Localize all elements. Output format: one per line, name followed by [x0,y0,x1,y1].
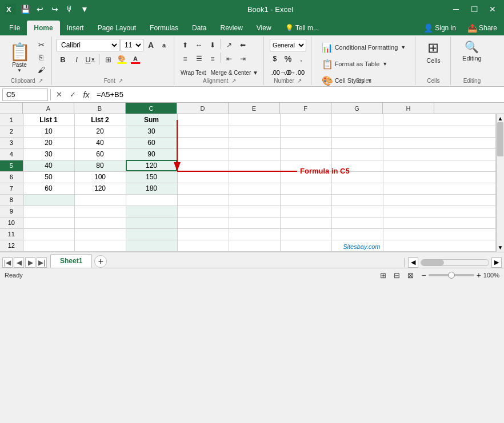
cell-f4[interactable] [280,148,331,160]
col-header-g[interactable]: G [331,103,383,114]
decrease-indent-button[interactable]: ⇤ [223,53,235,65]
increase-indent-button[interactable]: ⇥ [237,53,249,65]
formula-fx-icon[interactable]: fx [81,89,92,100]
cell-c6[interactable]: 150 [126,171,177,183]
cell-c5-active[interactable]: 120 [126,160,177,171]
fill-color-button[interactable]: 🎨 [115,53,128,66]
cell-a7[interactable]: 60 [23,183,74,194]
row-header[interactable]: 12 [0,240,23,251]
cell-e1[interactable] [229,114,280,126]
cell-b1[interactable]: List 2 [74,114,126,126]
sheet-nav-prev[interactable]: ◀ [14,257,24,268]
row-header[interactable]: 1 [0,114,23,126]
tab-insert[interactable]: Insert [60,21,91,35]
cell-h2[interactable] [383,126,496,137]
bold-button[interactable]: B [57,53,69,66]
cell-g7[interactable] [331,183,383,194]
font-size-select[interactable]: 11 [121,39,143,51]
indent-button[interactable]: ⬅ [237,39,249,51]
normal-view-button[interactable]: ⊞ [377,269,389,281]
scroll-up-button[interactable]: ▲ [497,114,504,122]
cell-d2[interactable] [177,126,229,137]
cell-h4[interactable] [383,148,496,160]
row-header[interactable]: 11 [0,228,23,240]
redo-button[interactable]: ↪ [48,2,62,16]
conditional-formatting-dropdown[interactable]: ▼ [401,45,406,50]
format-as-table-button[interactable]: 📋 Format as Table ▼ [318,57,392,71]
row-header[interactable]: 6 [0,171,23,183]
format-as-table-dropdown[interactable]: ▼ [382,61,387,67]
cell-f3[interactable] [280,137,331,148]
cell-c3[interactable]: 60 [126,137,177,148]
align-center-button[interactable]: ☰ [193,53,205,65]
row-header[interactable]: 4 [0,148,23,160]
wrap-text-button[interactable]: Wrap Text [179,66,208,79]
touch-button[interactable]: 🎙 [63,2,77,16]
tab-tell-me[interactable]: 💡 Tell m... [278,21,326,35]
cell-e6[interactable] [229,171,280,183]
cell-a5[interactable]: 40 [23,160,74,171]
row-header[interactable]: 3 [0,137,23,148]
cell-c2[interactable]: 30 [126,126,177,137]
cell-d1[interactable] [177,114,229,126]
scroll-track[interactable] [497,122,504,244]
tab-view[interactable]: View [250,21,278,35]
border-button[interactable]: ⊞ [102,53,114,66]
horizontal-scrollbar[interactable] [421,259,489,266]
tab-formulas[interactable]: Formulas [143,21,185,35]
cell-d4[interactable] [177,148,229,160]
cell-d7[interactable] [177,183,229,194]
col-header-f[interactable]: F [280,103,331,114]
italic-button[interactable]: I [70,53,83,66]
cell-g1[interactable] [331,114,383,126]
cell-b4[interactable]: 60 [74,148,126,160]
percent-button[interactable]: % [282,53,294,65]
maximize-button[interactable]: ☐ [467,2,481,16]
cell-a3[interactable]: 20 [23,137,74,148]
cells-button[interactable]: Cells [426,57,440,64]
cell-f7[interactable] [280,183,331,194]
tab-review[interactable]: Review [213,21,249,35]
cell-g4[interactable] [331,148,383,160]
cell-e7[interactable] [229,183,280,194]
cell-h6[interactable] [383,171,496,183]
font-name-select[interactable]: Calibri [57,39,119,51]
cell-a2[interactable]: 10 [23,126,74,137]
copy-button[interactable]: ⎘ [34,51,48,63]
zoom-slider[interactable] [429,274,474,276]
vertical-scrollbar[interactable]: ▲ ▼ [496,114,504,252]
tab-page-layout[interactable]: Page Layout [91,21,143,35]
editing-button[interactable]: Editing [462,55,482,62]
cell-g6[interactable] [331,171,383,183]
row-header[interactable]: 9 [0,206,23,217]
hscroll-right[interactable]: ▶ [491,257,502,268]
scroll-thumb[interactable] [497,122,503,156]
cell-c4[interactable]: 90 [126,148,177,160]
cell-h1[interactable] [383,114,496,126]
cell-e2[interactable] [229,126,280,137]
cell-g2[interactable] [331,126,383,137]
font-size-increase-button[interactable]: A [145,39,157,51]
row-header-active[interactable]: 5 [0,160,23,171]
cell-e5[interactable] [229,160,280,171]
align-left-button[interactable]: ≡ [179,53,191,65]
signin-button[interactable]: 👤 Sign in [419,22,461,34]
tab-file[interactable]: File [2,21,27,35]
sheet-nav-last[interactable]: ▶| [37,257,47,268]
cell-g5[interactable] [331,160,383,171]
row-header[interactable]: 2 [0,126,23,137]
cell-f2[interactable] [280,126,331,137]
align-top-button[interactable]: ⬆ [179,39,191,51]
merge-center-button[interactable]: Merge & Center ▼ [209,66,260,79]
conditional-formatting-button[interactable]: 📊 Conditional Formatting ▼ [318,40,410,55]
sheet-nav-next[interactable]: ▶ [25,257,35,268]
add-sheet-button[interactable]: + [94,255,107,268]
accounting-format-button[interactable]: $ [269,53,281,65]
format-painter-button[interactable]: 🖌 [34,64,48,75]
formula-input[interactable] [94,88,502,101]
tab-home[interactable]: Home [27,21,59,35]
cell-h5[interactable] [383,160,496,171]
formula-cancel-icon[interactable]: ✕ [53,89,65,100]
cell-d6[interactable] [177,171,229,183]
cell-f1[interactable] [280,114,331,126]
